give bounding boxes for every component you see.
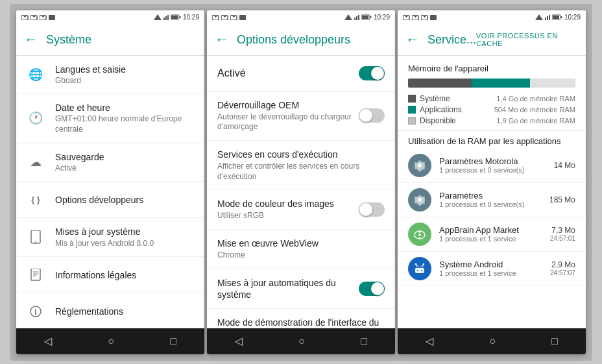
app-name: Système Android	[439, 260, 549, 269]
item-title: Date et heure	[55, 102, 194, 114]
panel2-title: Options développeurs	[237, 33, 387, 47]
svg-rect-51	[430, 15, 437, 20]
memory-bar-avail	[530, 79, 575, 88]
nav-back-3[interactable]: ◁	[413, 330, 446, 352]
svg-point-62	[418, 234, 421, 236]
apps-list: Paramètres Motorola 1 processus et 0 ser…	[398, 149, 586, 286]
dev-item-mises-auto[interactable]: Mises à jour automatiques du système	[207, 269, 395, 309]
svg-rect-10	[167, 15, 169, 20]
panel1-title: Système	[46, 33, 197, 47]
svg-rect-8	[163, 18, 165, 20]
list-item-developpeurs[interactable]: { } Options développeurs	[16, 182, 204, 218]
nav-bar-1: ◁ ○ □	[16, 328, 204, 354]
panel-services: 10:29 ← Service... VOIR PROCESSUS EN CAC…	[398, 10, 586, 354]
svg-point-67	[417, 270, 418, 271]
back-arrow-1[interactable]: ←	[24, 32, 38, 47]
app-item-android[interactable]: Système Android 1 processus et 1 service…	[398, 252, 586, 286]
dev-title: Déverrouillage OEM	[217, 99, 354, 111]
nav-back-2[interactable]: ◁	[222, 330, 256, 352]
list-item-reglementations[interactable]: i Réglementations	[16, 293, 204, 328]
status-icons-right: 10:29	[154, 14, 199, 21]
nav-recent[interactable]: □	[157, 330, 189, 352]
back-arrow-2[interactable]: ←	[215, 32, 229, 47]
app-size: 185 Mo	[549, 195, 575, 204]
memory-legend: Système 1,4 Go de mémoire RAM Applicatio…	[408, 94, 575, 125]
dev-title: Mode de couleur des images	[217, 198, 354, 210]
voir-processus-action[interactable]: VOIR PROCESSUS EN CACHE	[476, 32, 578, 47]
legal-icon	[27, 266, 45, 284]
app-item-motorola[interactable]: Paramètres Motorola 1 processus et 0 ser…	[398, 149, 586, 183]
dev-subtitle: Utiliser sRGB	[217, 211, 354, 221]
svg-point-15	[35, 241, 36, 243]
dev-title: Services en cours d'exécution	[217, 149, 385, 160]
app-size: 2,9 Mo	[549, 260, 575, 269]
svg-rect-40	[356, 16, 357, 20]
list-item-langues[interactable]: 🌐 Langues et saisie Gboard	[16, 56, 204, 95]
svg-rect-66	[415, 268, 424, 273]
couleur-toggle[interactable]	[359, 202, 385, 217]
dev-item-couleur[interactable]: Mode de couleur des images Utiliser sRGB	[207, 190, 395, 230]
svg-rect-39	[354, 18, 355, 20]
dev-item-services[interactable]: Services en cours d'exécution Afficher e…	[207, 141, 395, 190]
toggle-knob	[371, 67, 384, 80]
nav-recent-3[interactable]: □	[538, 330, 571, 352]
svg-rect-54	[547, 16, 548, 20]
panel-systeme: 10:29 ← Système 🌐 Langues et saisie Gboa…	[16, 10, 204, 354]
svg-point-68	[421, 270, 422, 271]
dev-item-demo[interactable]: Mode de démonstration de l'interface du …	[207, 309, 395, 328]
svg-rect-13	[171, 16, 178, 19]
nav-home-3[interactable]: ○	[476, 330, 509, 352]
motorola-settings-icon	[408, 154, 431, 177]
app-size: 7,3 Mo	[549, 226, 575, 235]
list-item-mises-a-jour[interactable]: Mises à jour système Mis à jour vers And…	[16, 218, 204, 257]
svg-marker-50	[423, 16, 426, 18]
svg-marker-5	[42, 16, 45, 18]
svg-point-72	[423, 263, 424, 264]
legend-label-system: Système	[420, 94, 492, 103]
nav-home[interactable]: ○	[95, 330, 127, 352]
settings-list: 🌐 Langues et saisie Gboard 🕐 Date et heu…	[16, 56, 204, 328]
dev-subtitle: Autoriser le déverrouillage du chargeur …	[217, 112, 354, 132]
app-time: 24:57:07	[549, 269, 575, 276]
app-item-parametres[interactable]: Paramètres 1 processus et 0 service(s) 1…	[398, 183, 586, 217]
list-item-legal[interactable]: Informations légales	[16, 257, 204, 293]
item-title: Informations légales	[55, 269, 194, 281]
dev-options-list: Déverrouillage OEM Autoriser le déverrou…	[207, 91, 395, 328]
svg-rect-43	[370, 16, 371, 18]
dev-item-webview[interactable]: Mise en œuvre WebView Chrome	[207, 230, 395, 269]
app-subtitle: 1 processus et 1 service	[439, 235, 549, 243]
mises-auto-toggle[interactable]	[359, 282, 385, 296]
item-title: Langues et saisie	[55, 64, 194, 75]
toolbar-systeme: ← Système	[16, 25, 204, 56]
nav-bar-3: ◁ ○ □	[398, 328, 586, 354]
item-subtitle: Gboard	[55, 76, 194, 86]
status-icons-left-2	[212, 15, 246, 20]
svg-marker-1	[23, 16, 27, 18]
android-icon	[408, 257, 431, 280]
activated-toggle[interactable]	[359, 66, 385, 80]
dev-title: Mode de démonstration de l'interface du …	[217, 317, 385, 328]
svg-rect-44	[362, 16, 368, 19]
dev-item-oem[interactable]: Déverrouillage OEM Autoriser le déverrou…	[207, 91, 395, 141]
nav-home-2[interactable]: ○	[285, 330, 318, 352]
nav-back[interactable]: ◁	[31, 330, 65, 352]
svg-marker-38	[344, 14, 352, 20]
time-display-3: 10:29	[564, 14, 581, 21]
item-title: Mises à jour système	[55, 226, 194, 237]
panel-developpeurs: 10:29 ← Options développeurs Activé Déve…	[207, 10, 395, 354]
dev-title: Mise en œuvre WebView	[217, 237, 385, 249]
oem-toggle[interactable]	[359, 108, 385, 123]
app-subtitle: 1 processus et 0 service(s)	[439, 166, 549, 174]
time-display-2: 10:29	[374, 14, 390, 21]
item-subtitle: GMT+01:00 heure normale d'Europe central…	[55, 114, 194, 134]
legend-apps: Applications 504 Mo de mémoire RAM	[408, 105, 575, 114]
app-item-appbrain[interactable]: AppBrain App Market 1 processus et 1 ser…	[398, 217, 586, 252]
nav-recent-2[interactable]: □	[348, 330, 380, 352]
time-display: 10:29	[183, 14, 199, 21]
list-item-sauvegarde[interactable]: ☁ Sauvegarde Activé	[16, 143, 204, 182]
app-name: Paramètres	[439, 191, 549, 200]
item-subtitle: Mis à jour vers Android 8.0.0	[55, 239, 194, 249]
svg-rect-41	[358, 15, 359, 20]
back-arrow-3[interactable]: ←	[405, 32, 420, 47]
list-item-date[interactable]: 🕐 Date et heure GMT+01:00 heure normale …	[16, 94, 204, 143]
